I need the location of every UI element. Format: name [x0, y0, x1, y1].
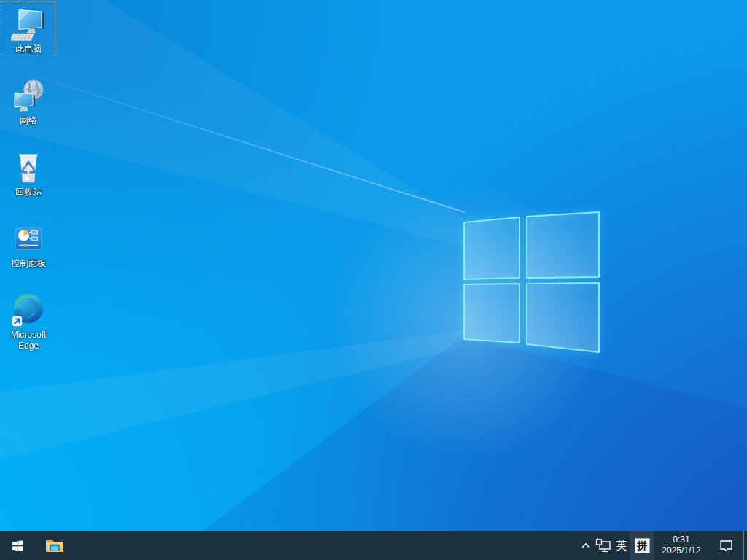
taskbar: 英 拼 0:31 2025/1/12 — [0, 531, 747, 560]
ethernet-network-icon — [595, 537, 611, 553]
desktop-icon-label: 此电脑 — [15, 44, 42, 55]
control-panel-icon — [11, 221, 46, 256]
network-icon — [11, 78, 46, 113]
chevron-up-icon — [581, 542, 591, 549]
start-button[interactable] — [0, 531, 35, 560]
desktop-icon-label: 网络 — [20, 115, 37, 126]
desktop-icon-control-panel[interactable]: 控制面板 — [1, 216, 56, 270]
file-explorer-icon — [45, 537, 64, 553]
ime-mode-label: 拼 — [635, 538, 650, 553]
file-explorer-button[interactable] — [39, 531, 70, 560]
this-pc-icon — [11, 7, 46, 42]
desktop-icon-label: 回收站 — [15, 187, 42, 198]
clock-button[interactable]: 0:31 2025/1/12 — [654, 531, 709, 560]
clock-date: 2025/1/12 — [662, 545, 700, 556]
language-indicator-button[interactable]: 英 — [613, 531, 630, 560]
ime-mode-button[interactable]: 拼 — [630, 531, 654, 560]
clock-time: 0:31 — [673, 534, 689, 545]
desktop-icon-this-pc[interactable]: 此电脑 — [1, 1, 56, 55]
wallpaper-shade-bottomleft — [0, 0, 747, 560]
desktop-icon-network[interactable]: 网络 — [1, 73, 56, 127]
wallpaper-light-ray — [0, 64, 465, 212]
desktop-wallpaper: 此电脑 网络 — [0, 0, 747, 560]
desktop-icon-label: 控制面板 — [11, 258, 46, 269]
desktop-icon-label: Microsoft Edge — [2, 330, 55, 351]
wallpaper-light-beam-lower — [0, 0, 747, 560]
desktop-icon-microsoft-edge[interactable]: Microsoft Edge — [1, 287, 56, 352]
windows-logo-wallpaper — [463, 211, 600, 353]
language-indicator-label: 英 — [616, 539, 627, 553]
show-hidden-icons-button[interactable] — [578, 531, 594, 560]
edge-icon — [11, 292, 46, 327]
action-center-button[interactable] — [709, 531, 743, 560]
show-desktop-button[interactable] — [743, 531, 747, 560]
desktop-icon-recycle-bin[interactable]: 回收站 — [1, 144, 56, 198]
wallpaper-shade-bottomright — [0, 0, 747, 560]
wallpaper-dark-wedge — [0, 0, 747, 560]
wallpaper-light-beam-upper — [0, 0, 747, 560]
recycle-bin-icon — [11, 149, 46, 184]
wallpaper-shade-topleft — [0, 0, 747, 560]
windows-start-icon — [12, 540, 24, 552]
network-tray-button[interactable] — [594, 531, 613, 560]
action-center-icon — [719, 539, 733, 553]
wallpaper-logo-glow — [0, 0, 747, 560]
